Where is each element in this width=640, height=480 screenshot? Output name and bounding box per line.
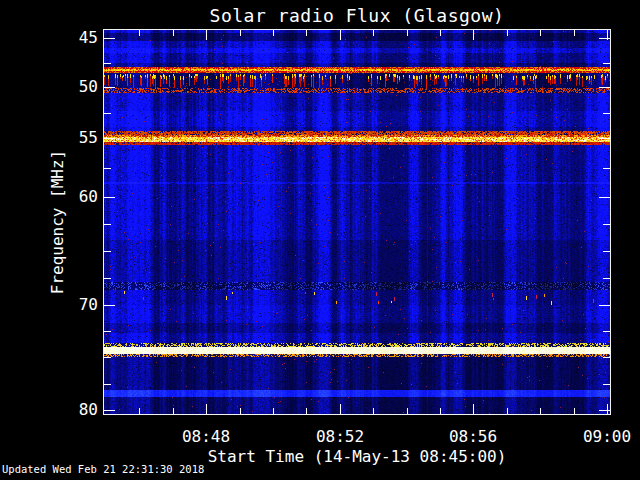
- y-tick-label: 50: [38, 79, 98, 95]
- y-tick-label: 80: [38, 402, 98, 418]
- y-tick-label: 60: [38, 189, 98, 205]
- x-tick-label: 08:52: [316, 427, 364, 446]
- y-tick-label: 70: [38, 297, 98, 313]
- spectrogram-heatmap: [103, 29, 611, 415]
- x-tick-label: 08:48: [182, 427, 230, 446]
- y-axis-title: Frequency [MHz]: [48, 150, 67, 295]
- spectrogram-window: Solar radio Flux (Glasgow) Frequency [MH…: [0, 0, 640, 480]
- updated-timestamp: Updated Wed Feb 21 22:31:30 2018: [2, 463, 204, 475]
- x-tick-label: 08:56: [449, 427, 497, 446]
- y-tick-label: 55: [38, 130, 98, 146]
- x-tick-label: 09:00: [583, 427, 631, 446]
- y-tick-label: 45: [38, 30, 98, 46]
- chart-title: Solar radio Flux (Glasgow): [104, 5, 610, 26]
